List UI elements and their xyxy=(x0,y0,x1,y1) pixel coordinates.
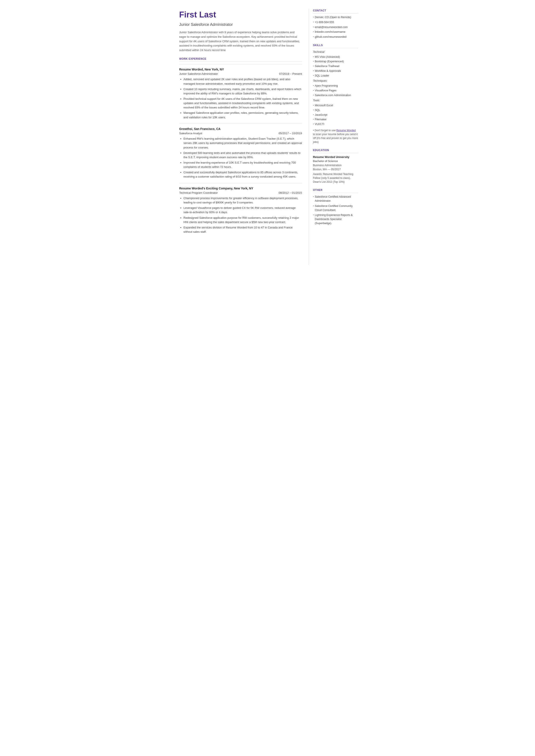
list-item: Expanded the services division of Resume… xyxy=(183,225,302,234)
summary-text: Junior Salesforce Administrator with 9 y… xyxy=(179,30,302,53)
contact-github: • github.com/resumeworded xyxy=(313,35,358,39)
list-item: Developed 500 learning tests and also au… xyxy=(183,151,302,159)
bullet-icon: • xyxy=(313,74,314,78)
bullet-icon: • xyxy=(313,93,314,98)
bullet-icon: • xyxy=(313,15,314,19)
education-header: EDUCATION xyxy=(313,148,358,153)
bullet-icon: • xyxy=(313,195,314,199)
job-2-bullets: Enhanced RW's learning administration ap… xyxy=(179,137,302,179)
other-header: OTHER xyxy=(313,188,358,193)
bullet-icon: • xyxy=(313,69,314,73)
contact-email: • email@resumeworded.com xyxy=(313,25,358,29)
list-item: Redesigned Salesforce application purpos… xyxy=(183,216,302,224)
job-1-bullets: Added, removed and updated 2K user roles… xyxy=(179,77,302,119)
work-experience-section: WORK EXPERIENCE Resume Worded, New York,… xyxy=(179,57,302,234)
contact-location: • Denver, CO (Open to Remote) xyxy=(313,15,358,19)
bullet-icon: • xyxy=(313,20,314,24)
skill-item: •JavaScript xyxy=(313,113,358,117)
skill-item: •SQL Loader xyxy=(313,74,358,78)
bullet-icon: • xyxy=(313,84,314,88)
skill-item: •Apex Programming xyxy=(313,84,358,88)
other-item: • Salesforce Certified Advanced Administ… xyxy=(313,195,358,203)
job-3: Resume Worded's Exciting Company, New Yo… xyxy=(179,183,302,234)
techniques-label: Techniques: xyxy=(313,79,358,83)
job-3-dates: 08/2012 – 01/2015 xyxy=(279,191,302,195)
job-2: Growthsi, San Francisco, CA Salesforce A… xyxy=(179,124,302,179)
skill-item: •Visualforce Pages xyxy=(313,89,358,93)
skill-item: •MS Visio (Advanced) xyxy=(313,55,358,59)
edu-field: Business Administration xyxy=(313,163,358,167)
bullet-icon: • xyxy=(313,103,314,107)
bullet-icon: • xyxy=(313,108,314,112)
list-item: Created and successfully deployed Salesf… xyxy=(183,170,302,179)
job-3-bullets: Championed process improvements for grea… xyxy=(179,196,302,234)
skills-section: SKILLS Technical: •MS Visio (Advanced) •… xyxy=(313,43,358,144)
contact-section: CONTACT • Denver, CO (Open to Remote) • … xyxy=(313,9,358,39)
skill-item: •Salesforce Trailhead xyxy=(313,64,358,68)
contact-linkedin: • linkedin.com/in/username xyxy=(313,30,358,34)
skill-item: •VUI/CTI xyxy=(313,122,358,126)
list-item: Added, removed and updated 2K user roles… xyxy=(183,77,302,86)
edu-school: Resume Worded University xyxy=(313,155,358,159)
list-item: Managed Salesforce application user prof… xyxy=(183,111,302,119)
edu-degree: Bachelor of Science xyxy=(313,159,358,163)
bullet-icon: • xyxy=(313,35,314,39)
job-3-role: Technical Program Coordinator xyxy=(179,191,218,195)
list-item: Leveraged Visualforce pages to deliver g… xyxy=(183,206,302,214)
job-1: Resume Worded, New York, NY Junior Sales… xyxy=(179,64,302,120)
contact-phone: • +1-908-564-555 xyxy=(313,20,358,24)
job-3-company: Resume Worded's Exciting Company, New Yo… xyxy=(179,186,302,191)
job-title: Junior Salesforce Administrator xyxy=(179,22,302,28)
contact-header: CONTACT xyxy=(313,9,358,14)
job-2-role: Salesforce Analyst xyxy=(179,131,202,136)
other-section: OTHER • Salesforce Certified Advanced Ad… xyxy=(313,188,358,225)
other-item: • Salesforce Certified Community Cloud C… xyxy=(313,204,358,212)
bullet-icon: • xyxy=(313,30,314,34)
job-1-role: Junior Salesforce Administrator xyxy=(179,72,218,76)
edu-location: Boston, MA — 05/2017 xyxy=(313,167,358,172)
technical-label: Technical: xyxy=(313,50,358,54)
bullet-icon: • xyxy=(313,118,314,122)
bullet-icon: • xyxy=(313,204,314,208)
list-item: Provided technical support for 4K users … xyxy=(183,97,302,110)
full-name: First Last xyxy=(179,9,302,21)
skill-item: •Bootstrap (Experienced) xyxy=(313,60,358,64)
job-1-company: Resume Worded, New York, NY xyxy=(179,67,302,72)
job-2-dates: 05/2017 – 10/2019 xyxy=(279,131,302,136)
skill-item: •SQL xyxy=(313,108,358,112)
edu-awards: Awards: Resume Worded Teaching Fellow (o… xyxy=(313,172,358,184)
list-item: Improved the learning experience of 10K … xyxy=(183,160,302,169)
list-item: Created 10 reports including summary, ma… xyxy=(183,87,302,96)
list-item: Enhanced RW's learning administration ap… xyxy=(183,137,302,150)
skills-header: SKILLS xyxy=(313,43,358,48)
bullet-icon: • xyxy=(313,113,314,117)
promo-text: • Don't forget to use Resume Worded to s… xyxy=(313,128,358,144)
bullet-icon: • xyxy=(313,122,314,126)
resume-header: First Last Junior Salesforce Administrat… xyxy=(179,9,302,53)
job-1-dates: 07/2019 – Present xyxy=(279,72,302,76)
skill-item: •Workflow & Approvals xyxy=(313,69,358,73)
skill-item: •Salesforce.com Administration xyxy=(313,93,358,98)
promo-link[interactable]: Resume Worded xyxy=(336,129,356,132)
bullet-icon: • xyxy=(313,64,314,68)
list-item: Championed process improvements for grea… xyxy=(183,196,302,205)
bullet-icon: • xyxy=(313,25,314,29)
work-experience-header: WORK EXPERIENCE xyxy=(179,57,302,62)
job-2-company: Growthsi, San Francisco, CA xyxy=(179,127,302,131)
bullet-icon: • xyxy=(313,89,314,93)
other-item: • Lightning Experience Reports & Dashboa… xyxy=(313,213,358,225)
bullet-icon: • xyxy=(313,55,314,59)
skill-item: •Filemaker xyxy=(313,118,358,122)
bullet-icon: • xyxy=(313,213,314,217)
skill-item: •Microsoft Excel xyxy=(313,103,358,107)
education-section: EDUCATION Resume Worded University Bache… xyxy=(313,148,358,184)
tools-label: Tools: xyxy=(313,98,358,102)
bullet-icon: • xyxy=(313,60,314,64)
